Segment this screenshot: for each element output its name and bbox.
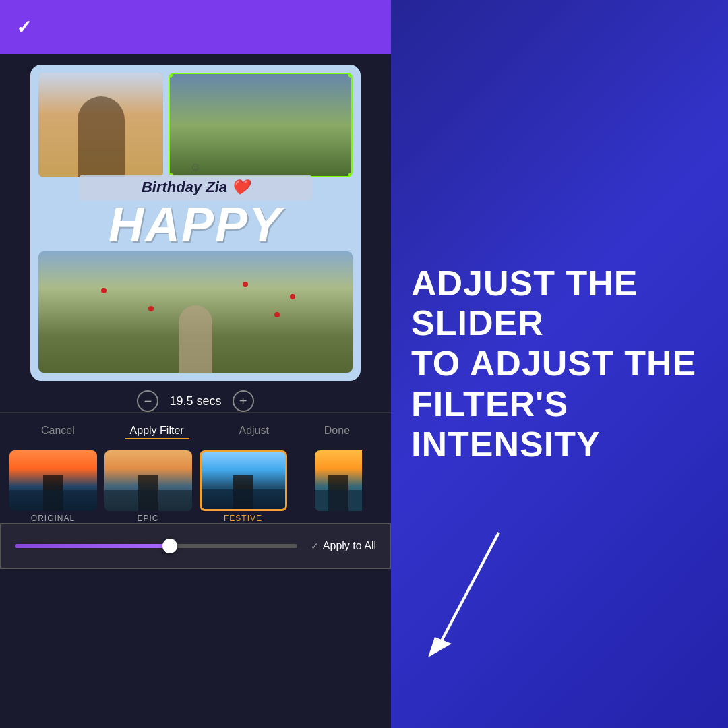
selection-corner-tr (348, 73, 353, 78)
water-epic (104, 490, 192, 512)
water-festive (202, 489, 285, 509)
apply-check-icon: ✓ (311, 541, 319, 551)
water-partial (315, 490, 362, 512)
flower-3 (243, 282, 248, 287)
slider-fill (15, 544, 170, 548)
timer-decrease-button[interactable]: − (137, 390, 158, 412)
right-panel: ADJUST THE SLIDER TO ADJUST THE FILTER'S… (391, 0, 728, 728)
filter-thumb-partial (315, 450, 362, 511)
slider-area: ✓ Apply to All (0, 523, 391, 569)
instruction-text: ADJUST THE SLIDER TO ADJUST THE FILTER'S… (411, 264, 701, 465)
photo-bg-warm (38, 73, 163, 177)
apply-all-label: Apply to All (323, 540, 376, 552)
timer-row: − 19.5 secs + (137, 390, 253, 412)
filter-thumb-festive (200, 450, 287, 511)
tab-adjust[interactable]: Adjust (233, 422, 274, 439)
person-silhouette (78, 96, 125, 177)
photo-bg-child (38, 251, 353, 373)
birthday-name-overlay[interactable]: Birthday Zia ❤️ (79, 175, 312, 200)
top-bar: ✓ (0, 0, 391, 54)
flower-4 (274, 312, 280, 317)
filter-thumb-original (9, 450, 97, 511)
instruction-line3: FILTER'S INTENSITY (411, 384, 701, 465)
instruction-line2: TO ADJUST THE (411, 344, 701, 384)
bottom-photo (38, 251, 353, 373)
slider-track (15, 544, 297, 548)
tab-apply-filter[interactable]: Apply Filter (125, 422, 189, 439)
birthday-name-text: Birthday Zia ❤️ (142, 179, 249, 195)
filter-label-festive: FESTIVE (224, 514, 262, 523)
svg-line-0 (438, 533, 499, 647)
filter-festive[interactable]: FESTIVE (195, 450, 291, 523)
filter-label-epic: EPIC (137, 514, 158, 523)
canvas-area: ☺ Birthday Zia ❤️ HAPPY (30, 65, 361, 381)
instruction-line1: ADJUST THE SLIDER (411, 264, 701, 344)
tab-done[interactable]: Done (319, 422, 355, 439)
water-original (9, 490, 97, 512)
flower-1 (101, 288, 107, 293)
filter-original[interactable]: ORIGINAL (5, 450, 100, 523)
filters-row: ORIGINAL EPIC FESTIVE (0, 445, 391, 523)
slider-thumb[interactable] (162, 539, 177, 553)
confirm-icon[interactable]: ✓ (16, 16, 32, 38)
left-panel: ✓ ☺ Birthday Zia ❤️ HAPPY (0, 0, 391, 728)
timer-increase-button[interactable]: + (233, 390, 254, 412)
arrow-indicator (398, 526, 533, 674)
flower-2 (148, 306, 154, 311)
photo-left (38, 73, 163, 177)
svg-marker-1 (428, 637, 452, 657)
rotate-handle[interactable]: ☺ (190, 161, 201, 173)
tab-bar: Cancel Apply Filter Adjust Done (0, 412, 391, 445)
timer-value: 19.5 secs (169, 394, 221, 408)
slider-container[interactable] (15, 538, 297, 554)
happy-text: HAPPY (38, 200, 353, 249)
birthday-section: ☺ Birthday Zia ❤️ HAPPY (38, 175, 353, 249)
filter-thumb-epic (104, 450, 192, 511)
flower-5 (290, 294, 295, 299)
filter-partial[interactable] (291, 450, 386, 523)
child-figure (179, 305, 212, 373)
tab-cancel[interactable]: Cancel (36, 422, 80, 439)
apply-all-button[interactable]: ✓ Apply to All (311, 540, 376, 552)
filter-epic[interactable]: EPIC (100, 450, 195, 523)
filter-label-original: ORIGINAL (31, 514, 75, 523)
